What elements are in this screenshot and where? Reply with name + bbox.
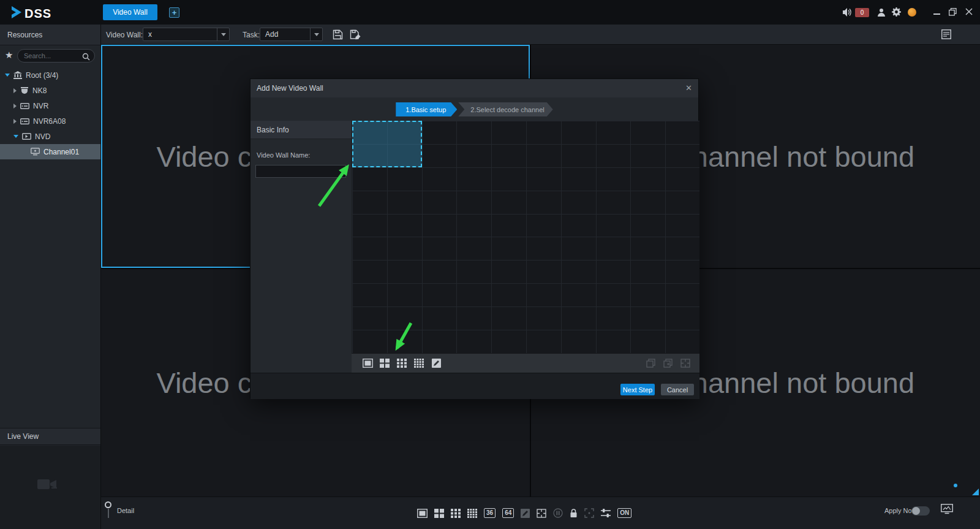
chevron-down-icon <box>217 28 229 40</box>
lock-icon[interactable] <box>570 508 578 518</box>
dialog-close-icon[interactable]: ✕ <box>685 83 692 93</box>
add-tab-button[interactable]: + <box>169 7 179 18</box>
duplicate-icon[interactable] <box>663 359 673 370</box>
minimize-icon[interactable] <box>933 7 940 16</box>
restore-icon[interactable] <box>949 8 957 16</box>
split-36-button[interactable]: 36 <box>484 508 496 518</box>
copy-icon[interactable] <box>646 359 655 370</box>
device-tree: Root (3/4) NK8 NVR NVR6A08 NVD <box>0 67 100 159</box>
live-view-section[interactable]: Live View <box>0 428 100 445</box>
sidebar-item-nk8[interactable]: NK8 <box>0 83 100 98</box>
dss-logo-text: DSS <box>24 7 51 21</box>
resources-sidebar: Resources ★ Root (3/4) NK8 NVR <box>0 25 101 529</box>
tab-video-wall[interactable]: Video Wall <box>103 4 157 20</box>
sidebar-item-nvr[interactable]: NVR <box>0 98 100 113</box>
sidebar-item-channel01[interactable]: Channel01 <box>0 144 100 159</box>
detail-slider-knob[interactable] <box>105 501 111 508</box>
wall-layout-grid[interactable] <box>352 121 699 353</box>
pause-icon[interactable] <box>553 508 563 518</box>
stream-adjust-icon[interactable] <box>601 509 611 517</box>
add-new-video-wall-dialog: Add New Video Wall ✕ 1.Basic setup 2.Sel… <box>250 78 699 398</box>
favorites-star-icon[interactable]: ★ <box>5 50 13 59</box>
wall-display-icon[interactable] <box>941 504 953 517</box>
apply-now-toggle[interactable] <box>911 506 930 516</box>
splice-icon[interactable] <box>680 359 690 370</box>
split-controls: 36 64 ON <box>417 503 631 523</box>
search-input[interactable] <box>24 50 80 61</box>
chevron-right-icon <box>13 104 17 108</box>
next-step-button[interactable]: Next Step <box>620 384 655 395</box>
plus-icon: + <box>172 9 177 17</box>
tree-label: Channel01 <box>43 148 79 156</box>
search-box[interactable] <box>17 49 95 63</box>
detail-label: Detail <box>117 507 134 514</box>
cancel-button[interactable]: Cancel <box>661 384 694 395</box>
save-icon[interactable] <box>333 29 343 42</box>
save-as-icon[interactable] <box>350 29 361 42</box>
video-camera-icon <box>37 478 58 493</box>
status-dot <box>954 484 957 487</box>
sidebar-item-nvd[interactable]: NVD <box>0 129 100 144</box>
resources-header-label: Resources <box>7 31 42 39</box>
basic-info-label: Basic Info <box>257 126 289 134</box>
wizard-steps: 1.Basic setup 2.Select decode channel <box>251 102 698 116</box>
step-select-decode-channel[interactable]: 2.Select decode channel <box>458 102 552 116</box>
user-icon[interactable] <box>877 8 886 17</box>
gear-icon[interactable] <box>892 7 901 17</box>
channel-monitor-icon <box>31 148 40 156</box>
osd-on-button[interactable]: ON <box>617 508 631 518</box>
tree-label: Root (3/4) <box>26 71 58 80</box>
corner-flag <box>972 489 979 495</box>
decoder-icon <box>22 133 31 140</box>
video-wall-label: Video Wall: <box>106 31 143 39</box>
split-4-icon[interactable] <box>434 509 444 518</box>
tree-label: NK8 <box>32 86 47 95</box>
close-icon[interactable] <box>965 8 973 15</box>
dialog-title: Add New Video Wall <box>257 84 323 93</box>
video-wall-name-label: Video Wall Name: <box>257 151 310 159</box>
basic-info-header: Basic Info <box>251 121 352 139</box>
chevron-down-icon <box>13 135 18 138</box>
sidebar-item-nvr6a08[interactable]: NVR6A08 <box>0 113 100 129</box>
step-basic-setup[interactable]: 1.Basic setup <box>396 102 457 116</box>
split-64-button[interactable]: 64 <box>502 508 514 518</box>
split-4-icon[interactable] <box>380 359 390 370</box>
detail-slider-track <box>108 509 109 518</box>
tree-label: NVR <box>33 102 48 110</box>
video-wall-select[interactable]: x <box>143 28 230 41</box>
step-label: 2.Select decode channel <box>470 106 544 113</box>
search-icon[interactable] <box>82 52 90 63</box>
chevron-right-icon <box>13 88 17 93</box>
splice-icon[interactable] <box>537 509 546 518</box>
task-label: Task: <box>243 31 260 39</box>
split-1-icon[interactable] <box>363 359 373 370</box>
live-view-panel <box>0 446 100 529</box>
panel-list-icon[interactable] <box>941 29 951 42</box>
chevron-down-icon <box>5 74 10 77</box>
edit-icon[interactable] <box>521 509 530 518</box>
dome-camera-icon <box>20 87 29 94</box>
toggle-knob <box>912 507 920 515</box>
expand-icon[interactable] <box>584 508 594 518</box>
wall-toolbar: Video Wall: x Task: Add <box>101 25 980 45</box>
next-step-label: Next Step <box>623 386 652 394</box>
dialog-footer: Next Step Cancel <box>251 373 699 399</box>
video-wall-name-input[interactable] <box>255 165 346 178</box>
split-9-icon[interactable] <box>397 359 407 370</box>
video-wall-select-value: x <box>143 30 217 39</box>
split-1-icon[interactable] <box>417 509 428 518</box>
dss-logo: DSS <box>10 5 51 22</box>
task-select[interactable]: Add <box>260 28 323 41</box>
help-sphere-icon[interactable] <box>908 8 916 17</box>
resources-header: Resources <box>0 25 100 45</box>
split-9-icon[interactable] <box>451 509 461 518</box>
task-select-value: Add <box>260 30 310 39</box>
split-16-icon[interactable] <box>414 359 424 370</box>
sidebar-item-root[interactable]: Root (3/4) <box>0 67 100 83</box>
speaker-icon[interactable] <box>843 8 853 17</box>
chevron-right-icon <box>13 119 17 124</box>
split-16-icon[interactable] <box>467 509 477 518</box>
edit-icon[interactable] <box>432 359 441 370</box>
grid-selection[interactable] <box>352 121 422 167</box>
alarm-count-badge[interactable]: 0 <box>855 8 869 17</box>
